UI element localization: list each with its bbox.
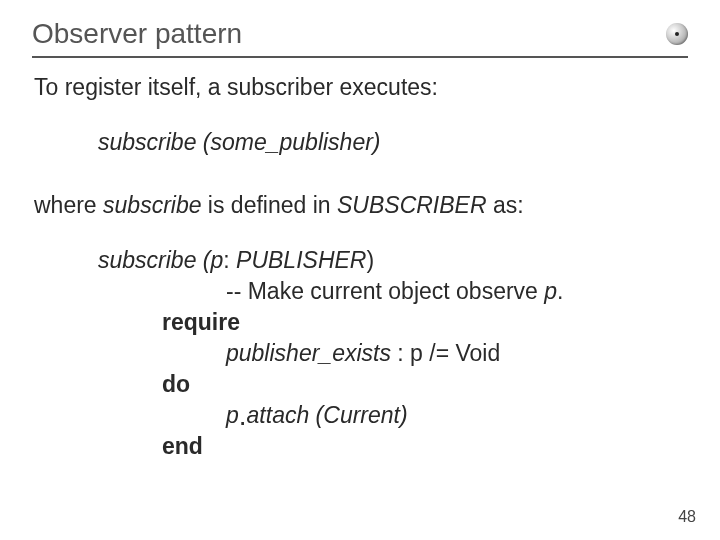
end-clause: end: [98, 431, 688, 462]
kw-require: require: [162, 309, 240, 335]
stmt-args: (Current): [309, 402, 407, 428]
logo-dot-icon: [675, 32, 679, 36]
code-block: subscribe (p: PUBLISHER) -- Make current…: [34, 245, 688, 462]
attach-call: p.attach (Current): [98, 400, 688, 431]
sig-close: ): [366, 247, 374, 273]
code-call-subscribe: subscribe (some_publisher): [34, 127, 688, 158]
call1-fn: subscribe: [98, 129, 196, 155]
slide-title: Observer pattern: [32, 18, 242, 50]
kw-do: do: [162, 371, 190, 397]
sig-colon: :: [223, 247, 236, 273]
para2-a: where: [34, 192, 103, 218]
stmt-dot: .: [239, 400, 247, 431]
slide-body: To register itself, a subscriber execute…: [32, 72, 688, 462]
routine-comment: -- Make current object observe p.: [98, 276, 688, 307]
require-clause: require: [98, 307, 688, 338]
pre-tag: publisher_exists: [226, 340, 391, 366]
comment-text: -- Make current object observe: [226, 278, 544, 304]
para2-c: is defined in: [201, 192, 337, 218]
para2-d: SUBSCRIBER: [337, 192, 487, 218]
stmt-call: attach: [247, 402, 310, 428]
stmt-p: p: [226, 402, 239, 428]
kw-end: end: [162, 433, 203, 459]
logo-sphere-icon: [666, 23, 688, 45]
page-number: 48: [678, 508, 696, 526]
sig-args: (p: [196, 247, 223, 273]
comment-arg: p: [544, 278, 557, 304]
routine-signature: subscribe (p: PUBLISHER): [98, 245, 688, 276]
do-clause: do: [98, 369, 688, 400]
pre-rest: : p /= Void: [391, 340, 500, 366]
intro-paragraph: To register itself, a subscriber execute…: [34, 72, 688, 103]
comment-end: .: [557, 278, 563, 304]
sig-fn: subscribe: [98, 247, 196, 273]
slide-header: Observer pattern: [32, 18, 688, 58]
para2-b: subscribe: [103, 192, 201, 218]
call1-args: (some_publisher): [196, 129, 380, 155]
definition-paragraph: where subscribe is defined in SUBSCRIBER…: [34, 190, 688, 221]
precondition-line: publisher_exists : p /= Void: [98, 338, 688, 369]
para2-e: as:: [487, 192, 524, 218]
slide-root: { "header": { "title": "Observer pattern…: [0, 0, 720, 540]
sig-type: PUBLISHER: [236, 247, 366, 273]
